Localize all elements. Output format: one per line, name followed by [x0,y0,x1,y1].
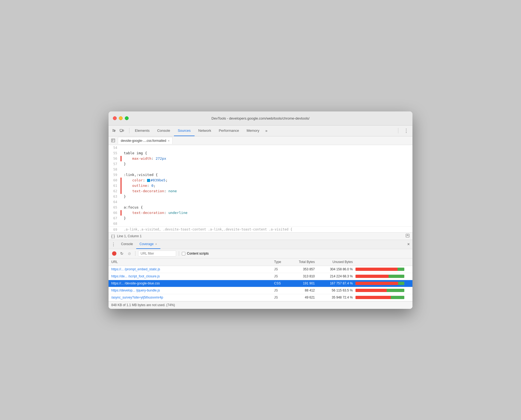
coverage-bar-unused [355,275,389,278]
coverage-bar-unused [355,289,387,292]
bottom-tabbar: ⋮ Console Coverage × × [109,240,412,249]
kebab-menu-button[interactable]: ⋮ [403,128,410,134]
url-filter-input[interactable] [138,251,176,257]
close-panel-button[interactable]: × [407,242,410,247]
coverage-row[interactable]: https://de... /script_foot_closure.js JS… [109,273,412,280]
svg-rect-3 [112,139,115,142]
coverage-row[interactable]: https://... /prompt_embed_static.js JS 3… [109,266,412,273]
code-line-54: 54 [109,145,412,150]
close-coverage-tab[interactable]: × [155,242,157,246]
coverage-total: 313 810 [290,274,317,278]
tab-memory[interactable]: Memory [243,125,263,136]
code-line-55: 55 table img { [109,150,412,156]
code-lines: 54 55 table img { 56 max-width: 272px 57 [109,145,412,232]
devtools-window: DevTools - developers.google.com/web/too… [109,111,412,309]
inspect-icon[interactable] [111,128,117,134]
code-line-61: 61 outline: 0; [109,183,412,188]
code-line-68: 68 [109,221,412,226]
code-line-57: 57 } [109,161,412,167]
coverage-type: JS [274,296,290,299]
tab-divider-2 [398,128,398,133]
code-line-56: 56 max-width: 272px [109,156,412,161]
coverage-bar [355,268,410,271]
code-line-62: 62 text-decoration: none [109,188,412,194]
coverage-row[interactable]: https://develop... /jquery-bundle.js JS … [109,287,412,294]
coverage-type: JS [274,267,290,271]
coverage-url: https://... /devsite-google-blue.css [111,281,274,285]
file-tab-css[interactable]: devsite-google-....css:formatted × [118,137,173,144]
drawer-menu-button[interactable]: ⋮ [111,242,116,246]
code-line-64: 64 [109,199,412,205]
file-tabbar: devsite-google-....css:formatted × [109,136,412,145]
coverage-summary: 848 KB of 1.1 MB bytes are not used. (74… [111,303,175,307]
devtools-icons [111,128,125,134]
window-title: DevTools - developers.google.com/web/too… [211,116,309,120]
content-scripts-checkbox[interactable] [182,252,185,255]
coverage-url: /async_survey?site=ylj5ifxusvvmr4p [111,296,274,299]
start-recording-button[interactable] [111,251,117,257]
tab-performance[interactable]: Performance [215,125,243,136]
coverage-type: JS [274,274,290,278]
tab-network[interactable]: Network [195,125,215,136]
refresh-icon: ↻ [120,251,123,256]
bottom-tab-coverage[interactable]: Coverage × [136,240,160,249]
tab-elements[interactable]: Elements [131,125,153,136]
toolbar-divider [135,251,135,256]
coverage-type: CSS [274,281,290,285]
device-icon[interactable] [119,128,125,134]
maximize-button[interactable] [125,116,129,120]
tab-divider-1 [129,128,129,133]
titlebar: DevTools - developers.google.com/web/too… [109,111,412,126]
content-scripts-area: Content scripts [182,252,209,255]
stop-button[interactable]: ⊘ [126,251,132,257]
coverage-bar [355,275,410,278]
coverage-total: 49 621 [290,296,317,299]
scroll-to-top-icon[interactable] [405,233,410,238]
close-button[interactable] [113,116,117,120]
minimize-button[interactable] [119,116,123,120]
coverage-bar [355,282,410,285]
col-header-url: URL [111,260,274,264]
main-tabbar: Elements Console Sources Network Perform… [109,126,412,136]
coverage-bar-bg [355,275,404,278]
coverage-row[interactable]: https://... /devsite-google-blue.css CSS… [109,280,412,287]
col-header-total: Total Bytes [290,260,317,264]
format-icon[interactable]: { } [111,234,115,238]
coverage-bar-bg [355,268,404,271]
coverage-unused: 56 115 63.5 % [317,288,355,292]
statusbar-right [405,233,410,239]
code-line-63: 63 } [109,194,412,199]
traffic-lights [113,116,129,120]
coverage-bar-used [398,282,404,285]
refresh-button[interactable]: ↻ [119,251,125,257]
coverage-row[interactable]: /async_survey?site=ylj5ifxusvvmr4p JS 49… [109,294,412,301]
bottom-tab-console[interactable]: Console [118,240,136,249]
coverage-unused: 35 948 72.4 % [317,296,355,299]
svg-rect-1 [123,130,124,131]
bottom-panel: ⋮ Console Coverage × × ↻ ⊘ [109,240,412,309]
code-line-59: 59 :link,:visited { [109,172,412,178]
code-line-58: 58 [109,167,412,172]
coverage-type: JS [274,288,290,292]
tabbar-right: ⋮ [396,128,410,134]
coverage-bar-bg [355,289,404,292]
coverage-table: URL Type Total Bytes Unused Bytes https:… [109,258,412,301]
coverage-unused: 304 158 86.0 % [317,267,355,271]
code-editor: 54 55 table img { 56 max-width: 272px 57 [109,145,412,232]
record-icon [112,251,116,256]
coverage-bar-unused [355,282,398,285]
coverage-bar [355,296,410,299]
tab-sources[interactable]: Sources [174,125,195,136]
file-tab-name: devsite-google-....css:formatted [121,139,166,143]
coverage-total: 191 901 [290,281,317,285]
tab-console[interactable]: Console [153,125,174,136]
cursor-position: Line 1, Column 1 [117,234,142,238]
stop-icon: ⊘ [128,251,131,256]
coverage-unused: 167 757 87.4 % [317,281,355,285]
coverage-bar-bg [355,296,404,299]
file-tab-close-button[interactable]: × [168,139,169,142]
toolbar-divider-2 [179,251,179,256]
more-tabs-button[interactable]: » [263,129,270,133]
coverage-bar-unused [355,296,391,299]
coverage-url: https://develop... /jquery-bundle.js [111,288,274,292]
